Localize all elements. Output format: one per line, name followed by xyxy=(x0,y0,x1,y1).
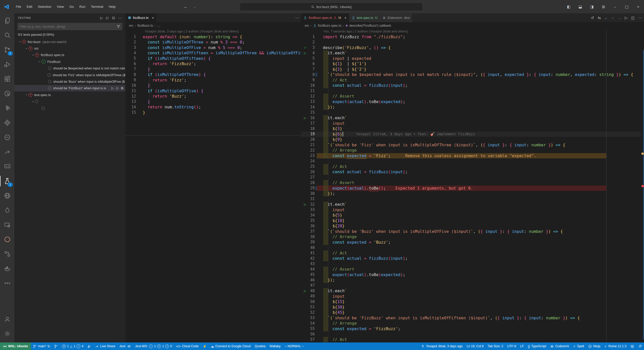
code-line[interactable]: ▷48 it.each` xyxy=(301,288,644,294)
code-line[interactable]: 56 xyxy=(301,331,644,337)
test-tree-row[interactable]: ›✕fizzBuzz.spec.ts xyxy=(14,52,125,58)
nav-back-icon[interactable]: ← xyxy=(184,5,188,9)
activity-source-control-icon[interactable]: 2 xyxy=(0,42,14,57)
code-line[interactable]: 12 // Assert xyxy=(301,94,644,99)
status-google-cloud[interactable]: ☁Connect to Google Cloud xyxy=(209,342,253,350)
code-line[interactable]: 7 } xyxy=(125,67,301,72)
code-line[interactable]: 46 }); xyxy=(301,277,644,283)
status-language-mode[interactable]: {}TypeScript xyxy=(526,342,548,350)
scrollbar-track[interactable] xyxy=(641,29,644,342)
activity-settings-gear-icon[interactable] xyxy=(0,326,14,341)
change-dot-icon[interactable]: ○ xyxy=(612,16,614,20)
code-line[interactable]: 24 xyxy=(301,158,644,164)
activity-container-icon[interactable] xyxy=(0,217,14,232)
code-line[interactable]: 54 // Arrange xyxy=(301,321,644,326)
code-line[interactable]: 50 ${15} xyxy=(301,299,644,304)
code-line[interactable]: 40 xyxy=(301,245,644,250)
code-line[interactable]: 5 input | expected xyxy=(301,56,644,61)
code-line[interactable]: ✓3describe('FizzBuzz', () => { xyxy=(301,45,644,51)
split-editor-icon[interactable]: ◫ xyxy=(631,16,635,20)
status-vim-mode[interactable]: -- NORMAL -- xyxy=(283,342,306,350)
toggle-secondary-sidebar-icon[interactable]: ◨ xyxy=(586,0,598,13)
test-filter-input[interactable] xyxy=(18,25,117,28)
code-line[interactable]: 19 ${6}Yosapol Jitrak, 3 days ago • feat… xyxy=(301,132,644,137)
code-line[interactable]: 8 if (isMultipleOfThree) { xyxy=(125,72,301,77)
next-change-icon[interactable]: → xyxy=(617,16,621,20)
status-live-share[interactable]: Live Share xyxy=(93,342,117,350)
status-scm-graph[interactable] xyxy=(52,342,60,350)
status-gitlens-blame[interactable]: Yosapol Jitrak, 3 days ago xyxy=(419,342,464,350)
test-tree-row[interactable]: should be $expected when input is not ma… xyxy=(14,65,125,72)
breadcrumb-item[interactable]: fizzBuzz.spec.ts xyxy=(318,24,341,27)
status-rome[interactable]: ✓Rome 12.1.3 xyxy=(602,342,628,350)
activity-circle-icon[interactable] xyxy=(0,232,14,247)
code-line[interactable]: ▷32 it.each` xyxy=(301,202,644,207)
test-tree-row[interactable]: › xyxy=(14,98,125,105)
status-remote-indicator[interactable]: ><WSL: Ubuntu xyxy=(0,342,31,350)
filter-funnel-icon[interactable] xyxy=(117,24,120,29)
code-line[interactable]: 20 ${9} xyxy=(301,137,644,142)
code-line[interactable]: 41 // Act xyxy=(301,250,644,256)
test-tree-row[interactable]: should be 'Buzz' when input is isMultipl… xyxy=(14,78,125,85)
breadcrumb-item[interactable]: src xyxy=(305,24,309,27)
code-line[interactable]: 51 ${30} xyxy=(301,304,644,310)
code-line[interactable]: 1import fizzBuzz from "./fizzBuzz"; xyxy=(301,34,644,40)
status-jest-workspace[interactable]: Jest-WS:✓1✕1?0 xyxy=(133,342,174,350)
customize-layout-icon[interactable]: ⊞ xyxy=(598,0,609,13)
test-tree-row[interactable] xyxy=(14,105,125,111)
test-tree-row[interactable]: ›✓FizzBuzz xyxy=(14,58,125,65)
activity-droplet-icon[interactable] xyxy=(0,203,14,217)
code-line[interactable]: 23 const expected = 'Fizz';Remove this u… xyxy=(301,153,644,159)
code-line[interactable]: 30 }); xyxy=(301,191,644,196)
code-line[interactable]: 11 xyxy=(301,88,644,94)
status-indentation[interactable]: Tab Size: 2 xyxy=(486,342,505,350)
code-line[interactable]: 52 ${45} xyxy=(301,310,644,315)
tab-close-icon[interactable]: × xyxy=(152,16,154,20)
code-line[interactable]: 14 }); xyxy=(301,104,644,110)
code-line[interactable]: 26 const actual = fizzBuzz(input); xyxy=(301,169,644,175)
left-editor-more-icon[interactable]: ⋯ xyxy=(295,16,299,20)
run-test-gutter-icon[interactable]: ▷ xyxy=(302,116,308,120)
run-test-gutter-icon[interactable]: ▷ xyxy=(302,51,308,55)
code-line[interactable]: 43 xyxy=(301,261,644,267)
debug-test-icon[interactable]: ▷̇ xyxy=(116,86,119,90)
code-line[interactable]: 1export default (num: number): string =>… xyxy=(125,34,301,40)
code-line[interactable]: 9 return 'Fizz'; xyxy=(125,77,301,83)
activity-run-debug-icon[interactable] xyxy=(0,57,14,72)
show-output-icon[interactable]: ⊡ xyxy=(112,16,115,20)
menu-go[interactable]: Go xyxy=(67,3,77,10)
activity-search-icon[interactable] xyxy=(0,28,14,42)
status-codium-ai[interactable]: CodiumAI xyxy=(548,342,571,350)
activity-diamonds-icon[interactable] xyxy=(0,115,14,130)
code-line[interactable]: 13 } xyxy=(125,99,301,105)
status-jest-autorun[interactable]: Jest: xyxy=(117,342,133,350)
code-line[interactable]: 4 const isMultipleOfFifteen = isMultiple… xyxy=(125,50,301,56)
activity-quokka-icon[interactable] xyxy=(0,130,14,145)
previous-change-icon[interactable]: ← xyxy=(604,16,608,20)
code-line[interactable]: 6 return 'FizzBuzz'; xyxy=(125,61,301,67)
code-line[interactable]: 34 ${5} xyxy=(301,212,644,218)
activity-terraform-icon[interactable] xyxy=(0,101,14,115)
code-line[interactable]: 15 xyxy=(301,110,644,115)
close-window-icon[interactable]: × xyxy=(632,0,644,13)
code-line[interactable]: 39 const expected = 'Buzz'; xyxy=(301,240,644,245)
chevron-down-icon[interactable]: › xyxy=(38,60,41,64)
code-line[interactable]: 31 xyxy=(301,196,644,202)
chevron-down-icon[interactable]: › xyxy=(31,53,35,57)
local-history-icon[interactable]: ↺ xyxy=(591,16,594,20)
code-line[interactable]: 21 `(`should be 'Fizz' when input is isM… xyxy=(301,142,644,148)
breadcrumb-item[interactable]: src xyxy=(129,24,133,27)
status-cursor-position[interactable]: Ln 19, Col 8 xyxy=(464,342,485,350)
activity-extensions-icon[interactable] xyxy=(0,72,14,86)
chevron-down-icon[interactable]: › xyxy=(31,100,35,104)
tab-fizzbuzz-ts[interactable]: fizzBuzz.ts × xyxy=(125,13,157,22)
tab-fizzbuzz-spec-ts[interactable]: fizzBuzz.spec.ts 2,M× xyxy=(301,13,349,22)
run-all-tests-icon[interactable]: ▷ xyxy=(100,16,103,20)
code-line[interactable]: 17 input xyxy=(301,121,644,126)
test-tree-row[interactable]: should be 'Fizz' when input is isMultipl… xyxy=(14,72,125,78)
left-editor-content[interactable]: Yosapol Jitrak, 3 days ago | 2 authors (… xyxy=(125,29,301,342)
test-tree-row[interactable]: ›✕src xyxy=(14,45,125,52)
code-line[interactable]: 53 `(`should be 'FizzBuzz' when input is… xyxy=(301,315,644,321)
code-line[interactable]: 28 // Assert xyxy=(301,180,644,186)
code-line[interactable]: ▷4 it.each` xyxy=(301,50,644,56)
